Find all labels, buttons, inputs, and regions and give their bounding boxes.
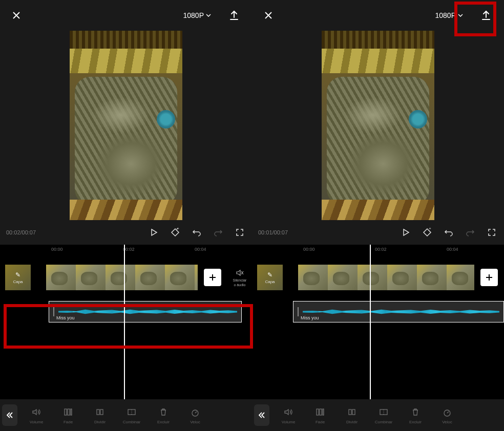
video-frame: [70, 31, 182, 220]
play-button[interactable]: [400, 226, 412, 239]
left-editor-panel: 1080P 00:02/00:07 +: [0, 0, 252, 431]
excluir-icon: [410, 406, 421, 418]
redo-icon: [214, 228, 223, 237]
timeline-ruler: 00:00 00:02 00:04: [0, 245, 252, 256]
tool-volume[interactable]: Volume: [272, 406, 304, 424]
diamond-plus-icon: +: [170, 227, 180, 238]
close-button[interactable]: [10, 9, 23, 21]
fullscreen-button[interactable]: [486, 226, 498, 239]
excluir-icon: [158, 406, 169, 418]
collapse-button[interactable]: [2, 404, 17, 426]
svg-rect-10: [320, 409, 322, 415]
tool-excluir[interactable]: Excluir: [400, 406, 431, 424]
bottom-toolbar: VolumeFadeDividirCombinarExcluirVeloc: [0, 399, 252, 431]
undo-button[interactable]: [443, 226, 455, 239]
add-clip-button[interactable]: [204, 269, 221, 286]
play-icon: [150, 228, 158, 236]
tool-dividir[interactable]: Dividir: [336, 406, 368, 424]
audio-clip-label: Miss you: [56, 315, 75, 320]
svg-rect-12: [349, 410, 351, 415]
fade-icon: [63, 406, 73, 418]
timeline-ruler: 00:00 00:02 00:04: [252, 245, 504, 256]
redo-button[interactable]: [212, 226, 224, 239]
combinar-icon: [379, 406, 389, 418]
resolution-selector[interactable]: 1080P: [435, 11, 463, 19]
cover-button[interactable]: ✎ Capa: [257, 265, 283, 290]
svg-rect-2: [68, 409, 70, 415]
dividir-icon: [347, 406, 357, 418]
export-button[interactable]: [226, 8, 242, 23]
resolution-selector[interactable]: 1080P: [183, 11, 211, 19]
tool-veloc[interactable]: Veloc: [431, 406, 463, 424]
tool-combinar[interactable]: Combinar: [368, 406, 400, 424]
tool-fade[interactable]: Fade: [52, 406, 84, 424]
speaker-mute-icon: [235, 268, 244, 277]
close-button[interactable]: [262, 9, 275, 21]
redo-button[interactable]: [464, 226, 476, 239]
audio-track[interactable]: Miss you: [293, 301, 504, 322]
audio-handle-left[interactable]: [298, 307, 299, 316]
fade-icon: [315, 406, 325, 418]
expand-icon: [487, 228, 496, 237]
cover-button[interactable]: ✎ Capa: [5, 265, 31, 290]
export-button[interactable]: [478, 8, 494, 23]
audio-clip-label: Miss you: [301, 315, 319, 320]
cover-label: Capa: [13, 279, 23, 284]
video-clip[interactable]: [46, 265, 198, 290]
plus-icon: [485, 273, 494, 282]
video-frame: [322, 31, 434, 220]
mute-audio-button[interactable]: Silenciar o áudio: [227, 268, 252, 287]
tool-combinar[interactable]: Combinar: [116, 406, 148, 424]
video-track[interactable]: ✎ Capa: [252, 262, 504, 293]
video-preview[interactable]: [252, 31, 504, 220]
tool-dividir[interactable]: Dividir: [84, 406, 116, 424]
timecode: 00:02/00:07: [6, 229, 36, 235]
close-icon: [11, 10, 22, 20]
collapse-button[interactable]: [254, 404, 269, 426]
cover-label: Capa: [265, 279, 275, 284]
pencil-icon: ✎: [15, 271, 20, 278]
add-clip-button[interactable]: [480, 269, 498, 286]
audio-waveform: [58, 308, 237, 315]
svg-text:+: +: [177, 227, 179, 231]
playback-controls: 00:02/00:07 +: [0, 220, 252, 245]
keyframe-button[interactable]: +: [169, 226, 181, 239]
svg-rect-13: [352, 410, 355, 415]
tool-excluir[interactable]: Excluir: [148, 406, 179, 424]
video-preview[interactable]: [0, 31, 252, 220]
chevron-double-left-icon: [6, 411, 14, 419]
export-icon: [228, 10, 240, 21]
audio-handle-left[interactable]: [53, 307, 54, 316]
keyframe-button[interactable]: +: [421, 226, 433, 239]
audio-waveform: [303, 308, 499, 315]
fullscreen-button[interactable]: [234, 226, 246, 239]
close-icon: [263, 10, 274, 20]
tool-volume[interactable]: Volume: [20, 406, 52, 424]
chevron-double-left-icon: [258, 411, 266, 419]
play-button[interactable]: [148, 226, 160, 239]
bottom-toolbar: VolumeFadeDividirCombinarExcluirVeloc: [252, 399, 504, 431]
plus-icon: [208, 273, 217, 282]
combinar-icon: [127, 406, 137, 418]
video-track[interactable]: ✎ Capa Silenciar o áudio: [0, 262, 252, 293]
svg-rect-5: [100, 410, 103, 415]
audio-track[interactable]: Miss you: [49, 301, 242, 322]
redo-icon: [466, 228, 475, 237]
video-clip[interactable]: [298, 265, 474, 290]
tool-veloc[interactable]: Veloc: [179, 406, 211, 424]
veloc-icon: [190, 406, 200, 418]
volume-icon: [283, 406, 293, 418]
tool-fade[interactable]: Fade: [304, 406, 336, 424]
undo-button[interactable]: [191, 226, 203, 239]
undo-icon: [444, 228, 453, 237]
top-bar: 1080P: [252, 0, 504, 31]
right-editor-panel: 1080P 00:01/00:07 +: [252, 0, 504, 431]
top-bar: 1080P: [0, 0, 252, 31]
pencil-icon: ✎: [267, 271, 272, 278]
svg-rect-3: [71, 409, 72, 415]
chevron-down-icon: [458, 14, 463, 17]
export-icon: [480, 10, 492, 21]
playback-controls: 00:01/00:07 +: [252, 220, 504, 245]
resolution-label: 1080P: [435, 11, 456, 19]
diamond-plus-icon: +: [422, 227, 432, 238]
